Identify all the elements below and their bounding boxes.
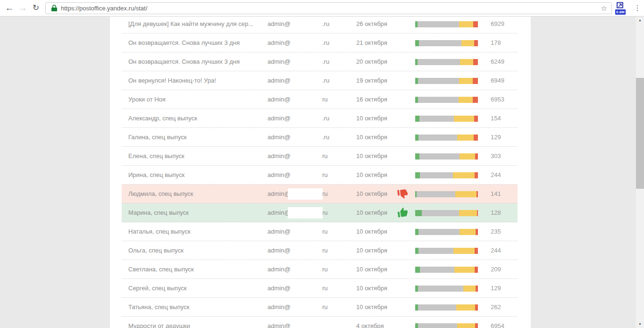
row-email-user: admin@ (268, 260, 291, 278)
extension-badge: 0.6M (615, 9, 626, 15)
row-email-domain: ru (322, 298, 328, 316)
scrollbar-down-icon[interactable]: ▼ (636, 320, 644, 328)
row-email-user: admin@ (268, 185, 291, 203)
browser-menu-icon[interactable]: ⋮ (632, 1, 643, 15)
bar-segment-green (415, 248, 418, 254)
scrollbar-up-icon[interactable]: ▲ (636, 17, 644, 24)
url-text[interactable]: https://postoffice.yandex.ru/stat/ (61, 3, 147, 14)
bar-segment-yellow (453, 172, 475, 178)
row-count: 6249 (491, 52, 504, 71)
row-count: 244 (491, 241, 501, 260)
row-title: Татьяна, спец выпуск (128, 298, 189, 316)
bar-segment-green (415, 210, 422, 216)
bar-segment-yellow (459, 97, 473, 103)
bar-segment-green (415, 153, 419, 160)
row-title: Он вернулся! Наконец-то! Ура! (128, 71, 216, 90)
bar-segment-gray (418, 97, 459, 103)
bar-segment-red (475, 172, 478, 178)
stats-bar (415, 191, 478, 197)
stats-bar (415, 323, 478, 328)
bar-segment-green (415, 116, 419, 122)
table-row[interactable]: Мудрости от дедушки admin@ 4 октября 695… (122, 317, 518, 328)
content-card: [Для девушек] Как найти мужчину для сер.… (110, 17, 531, 328)
bar-segment-red (476, 229, 478, 235)
table-row[interactable]: Сергей, спец выпуск admin@ ru 10 октября… (122, 279, 518, 298)
bar-segment-red (477, 191, 478, 197)
row-date: 10 октября (356, 260, 387, 278)
table-row[interactable]: Уроки от Ноя admin@ ru 16 октября 6953 (122, 90, 518, 109)
bar-segment-green (415, 229, 418, 235)
table-row[interactable]: Он возвращается. Снова лучших 3 дня admi… (122, 34, 518, 52)
table-row[interactable]: Он вернулся! Наконец-то! Ура! admin@ .ru… (122, 71, 518, 90)
row-email-user: admin@ (268, 17, 291, 33)
row-date: 10 октября (356, 147, 387, 165)
table-row[interactable]: Людмила, спец выпуск admin@ ru 10 октябр… (122, 185, 518, 203)
vertical-scrollbar[interactable]: ▲ ▼ (636, 17, 644, 328)
row-count: 235 (491, 222, 501, 241)
row-email-domain: ru (322, 241, 328, 260)
row-date: 10 октября (356, 241, 387, 260)
row-count: 6954 (491, 317, 504, 328)
row-email-user: admin@ (268, 109, 291, 127)
row-email-domain: ru (322, 147, 328, 165)
bar-segment-yellow (459, 210, 477, 216)
table-row[interactable]: Галина, спец выпуск admin@ .ru 10 октябр… (122, 128, 518, 147)
bar-segment-yellow (456, 304, 475, 311)
row-count: 303 (491, 147, 501, 165)
table-row[interactable]: Александр, спец выпуск admin@ .ru 10 окт… (122, 109, 518, 128)
bar-segment-gray (417, 191, 455, 197)
extension-icon[interactable]: 0.6M (616, 2, 627, 15)
bar-segment-gray (419, 153, 460, 160)
row-email-user: admin@ (268, 128, 291, 146)
row-date: 10 октября (356, 185, 387, 203)
row-date: 10 октября (356, 222, 387, 241)
table-row[interactable]: Он возвращается. Снова лучших 3 дня admi… (122, 52, 518, 71)
row-title: Уроки от Ноя (128, 90, 166, 109)
stats-bar (415, 304, 478, 311)
stats-bar (415, 267, 478, 273)
bookmark-star-icon[interactable]: ☆ (601, 3, 607, 14)
row-date: 10 октября (356, 279, 387, 297)
address-bar[interactable]: https://postoffice.yandex.ru/stat/ ☆ (45, 2, 612, 14)
table-row[interactable]: Марина, спец выпуск admin@ ru 10 октября… (122, 203, 518, 222)
bar-segment-gray (418, 59, 460, 65)
refresh-button[interactable]: ↻ (29, 1, 42, 15)
row-title: Светлана, спец выпуск (128, 260, 194, 278)
row-count: 141 (491, 185, 501, 203)
row-title: Сергей, спец выпуск (128, 279, 187, 297)
bar-segment-red (473, 78, 478, 84)
row-email-domain: ru (322, 166, 328, 184)
scrollbar-thumb[interactable] (636, 78, 644, 189)
table-row[interactable]: Наталья, спец выпуск admin@ ru 10 октябр… (122, 222, 518, 241)
table-row[interactable]: [Для девушек] Как найти мужчину для сер.… (122, 17, 518, 34)
bar-segment-yellow (454, 116, 474, 122)
table-row[interactable]: Светлана, спец выпуск admin@ ru 10 октяб… (122, 260, 518, 279)
row-date: 10 октября (356, 166, 387, 184)
table-row[interactable]: Елена, спец выпуск admin@ ru 10 октября … (122, 147, 518, 166)
row-count: 129 (491, 128, 501, 146)
forward-button[interactable]: → (16, 1, 29, 15)
bar-segment-green (415, 172, 420, 178)
bar-segment-gray (419, 40, 461, 46)
bar-segment-yellow (463, 286, 476, 292)
page-viewport: [Для девушек] Как найти мужчину для сер.… (0, 17, 636, 328)
stats-bar (415, 229, 478, 235)
thumb-up-icon[interactable] (397, 207, 409, 219)
bar-segment-yellow (453, 248, 475, 254)
thumb-down-icon[interactable] (397, 188, 409, 200)
bar-segment-yellow (457, 135, 474, 141)
bar-segment-yellow (459, 78, 473, 84)
table-row[interactable]: Ольга, спец выпуск admin@ ru 10 октября … (122, 241, 518, 260)
row-date: 10 октября (356, 109, 387, 127)
row-email-domain: .ru (322, 17, 329, 33)
row-date: 10 октября (356, 298, 387, 316)
bar-segment-yellow (460, 59, 473, 65)
back-button[interactable]: ← (3, 1, 16, 15)
bar-segment-red (473, 21, 478, 27)
row-title: Ирина, спец выпуск (128, 166, 184, 184)
bar-segment-red (474, 40, 478, 46)
row-email-domain: ru (322, 222, 328, 241)
table-row[interactable]: Ирина, спец выпуск admin@ ru 10 октября … (122, 166, 518, 185)
bar-segment-gray (418, 78, 459, 84)
table-row[interactable]: Татьяна, спец выпуск admin@ ru 10 октябр… (122, 298, 518, 317)
